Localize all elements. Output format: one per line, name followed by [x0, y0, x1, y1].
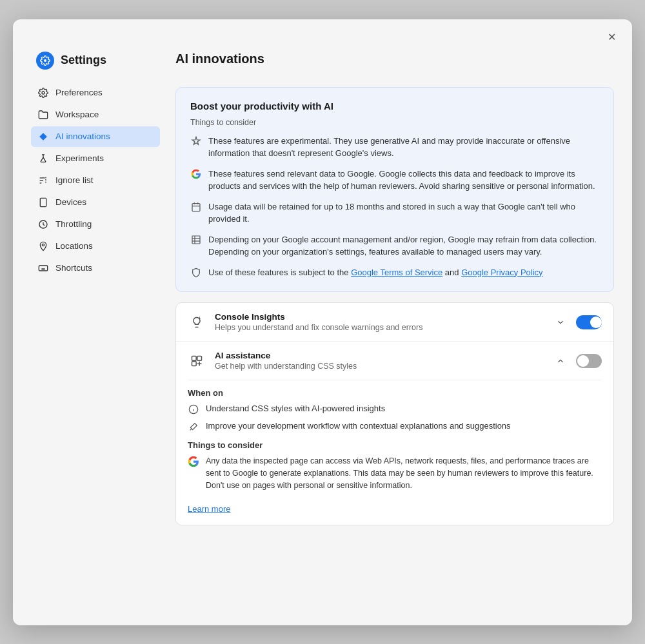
svg-point-9: [42, 244, 44, 246]
throttling-icon: [37, 219, 49, 230]
sidebar-item-ignore-list[interactable]: Ignore list: [31, 170, 160, 191]
boost-card: Boost your productivity with AI Things t…: [175, 87, 614, 293]
svg-line-34: [190, 429, 192, 431]
sidebar-item-devices-label: Devices: [55, 197, 86, 207]
console-insights-toggle[interactable]: [576, 315, 602, 329]
svg-text:+: +: [199, 316, 201, 320]
svg-rect-26: [192, 356, 197, 360]
svg-point-0: [42, 92, 45, 94]
sidebar-item-throttling-label: Throttling: [55, 219, 92, 229]
close-button[interactable]: ✕: [602, 28, 620, 46]
ai-assistance-toggle[interactable]: [576, 354, 602, 368]
console-insights-info: Console Insights Helps you understand an…: [215, 312, 545, 332]
consideration-item-1: These features are experimental. They us…: [190, 135, 599, 160]
keyboard-icon: [37, 262, 49, 274]
info-circle-icon: [188, 404, 199, 415]
svg-rect-27: [197, 356, 202, 360]
ai-assistance-info: AI assistance Get help with understandin…: [215, 351, 545, 371]
sidebar-title: Settings: [61, 54, 106, 67]
sidebar-item-experiments-label: Experiments: [55, 153, 104, 163]
ai-assistance-desc: Get help with understanding CSS styles: [215, 362, 545, 371]
devices-icon: [37, 197, 49, 208]
sidebar-item-locations-label: Locations: [55, 241, 93, 251]
shield-icon: [190, 267, 202, 278]
consideration-text-1: These features are experimental. They us…: [208, 135, 599, 160]
diamond-icon: [37, 131, 49, 142]
when-on-text-2: Improve your development workflow with c…: [206, 420, 511, 432]
divider: [188, 380, 602, 380]
gear-icon: [37, 87, 49, 99]
list-filter-icon: [37, 175, 49, 186]
sidebar-item-throttling[interactable]: Throttling: [31, 214, 160, 235]
folder-icon: [37, 109, 49, 121]
svg-rect-6: [40, 198, 46, 206]
sidebar-item-ignore-list-label: Ignore list: [55, 175, 94, 185]
titlebar: ✕: [13, 19, 632, 46]
sidebar-item-shortcuts-label: Shortcuts: [55, 263, 92, 273]
google-g-icon: [190, 168, 202, 180]
ai-assistance-expanded: When on Understand CSS styles with AI-po…: [176, 380, 613, 525]
google-data-text: Any data the inspected page can access v…: [206, 455, 602, 491]
sidebar-item-workspace-label: Workspace: [55, 110, 99, 119]
settings-icon: [36, 52, 54, 70]
consideration-text-3: Usage data will be retained for up to 18…: [208, 200, 599, 226]
learn-more-link[interactable]: Learn more: [188, 504, 230, 514]
when-on-label: When on: [188, 388, 602, 398]
sidebar-item-workspace[interactable]: Workspace: [31, 104, 160, 125]
consideration-text-2: These features send relevant data to Goo…: [208, 168, 599, 193]
sparkle-icon: [190, 135, 202, 147]
sidebar-item-ai-innovations-label: AI innovations: [55, 132, 110, 141]
things-consider-title: Things to consider: [188, 440, 602, 450]
sidebar-nav: Preferences Workspace: [31, 83, 160, 278]
terms-of-service-link[interactable]: Google Terms of Service: [351, 268, 442, 277]
sidebar-item-preferences-label: Preferences: [55, 88, 103, 97]
sidebar-item-devices[interactable]: Devices: [31, 192, 160, 213]
consideration-text-4: Depending on your Google account managem…: [208, 233, 599, 259]
table-icon: [190, 234, 202, 246]
things-consider-section: Things to consider Any data the inspecte…: [188, 440, 602, 514]
sidebar-header: Settings: [31, 46, 160, 83]
svg-rect-16: [192, 203, 200, 211]
svg-marker-1: [39, 133, 47, 141]
google-data-item: Any data the inspected page can access v…: [188, 455, 602, 491]
consideration-item-5: Use of these features is subject to the …: [190, 266, 599, 279]
boost-title: Boost your productivity with AI: [190, 101, 599, 112]
console-insights-chevron-icon: [554, 316, 567, 329]
location-icon: [37, 240, 49, 252]
ai-assistance-chevron-icon: [554, 355, 567, 367]
svg-rect-10: [39, 266, 47, 271]
consideration-list: These features are experimental. They us…: [190, 135, 599, 279]
sidebar-item-locations[interactable]: Locations: [31, 236, 160, 257]
svg-rect-20: [192, 236, 200, 244]
boost-things-label: Things to consider: [190, 118, 599, 127]
svg-rect-28: [192, 361, 197, 366]
main-content: AI innovations Boost your productivity w…: [160, 46, 614, 607]
consideration-item-4: Depending on your Google account managem…: [190, 233, 599, 259]
sidebar-item-ai-innovations[interactable]: AI innovations: [31, 126, 160, 147]
sidebar: Settings Preferences: [31, 46, 160, 607]
ai-assistance-title: AI assistance: [215, 351, 545, 360]
when-on-text-1: Understand CSS styles with AI-powered in…: [206, 403, 385, 415]
console-insights-row[interactable]: + Console Insights Helps you understand …: [176, 303, 613, 342]
console-insights-title: Console Insights: [215, 312, 545, 322]
when-on-item-1: Understand CSS styles with AI-powered in…: [188, 403, 602, 415]
google-g-icon-expanded: [188, 456, 199, 467]
ai-plus-icon: [188, 352, 206, 370]
when-on-item-2: Improve your development workflow with c…: [188, 420, 602, 433]
wand-icon: [188, 421, 199, 433]
flask-icon: [37, 153, 49, 164]
sidebar-item-preferences[interactable]: Preferences: [31, 83, 160, 103]
content-area: Settings Preferences: [13, 46, 632, 625]
lightbulb-plus-icon: +: [188, 313, 206, 331]
consideration-item-2: These features send relevant data to Goo…: [190, 168, 599, 193]
ai-assistance-row[interactable]: AI assistance Get help with understandin…: [176, 342, 613, 380]
console-insights-desc: Helps you understand and fix console war…: [215, 323, 545, 332]
consideration-text-5: Use of these features is subject to the …: [208, 266, 543, 279]
settings-window: ✕ Settings: [13, 19, 632, 625]
sidebar-item-experiments[interactable]: Experiments: [31, 148, 160, 169]
privacy-policy-link[interactable]: Google Privacy Policy: [461, 268, 542, 277]
features-card: + Console Insights Helps you understand …: [175, 302, 614, 525]
sidebar-item-shortcuts[interactable]: Shortcuts: [31, 258, 160, 278]
page-title: AI innovations: [175, 46, 614, 77]
calendar-icon: [190, 201, 202, 213]
